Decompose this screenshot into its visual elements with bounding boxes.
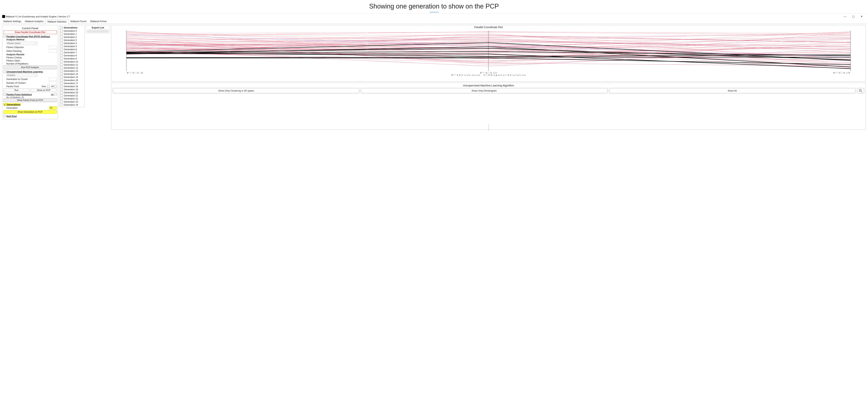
show-pareto-on-pcp-button[interactable]: Show Pareto Front on PCP [3,98,57,102]
tab-wallacei-analytics[interactable]: Wallacei Analytics [23,19,45,24]
generation-item-checkbox[interactable] [60,82,63,84]
generation-item-checkbox[interactable] [60,57,63,60]
generation-list-item[interactable]: Generation 9 [60,57,84,60]
generation-item-checkbox[interactable] [60,48,63,51]
generation-list-item[interactable]: Generation 3 [60,38,84,42]
generation-list-item[interactable]: Generation 0 [60,29,84,32]
pareto-front-label: Pareto Front [6,85,42,88]
draw-pcp-button[interactable]: Draw Parallel Coordinate Plot [3,30,57,34]
generation-item-checkbox[interactable] [60,64,63,66]
main-tabs: Wallacei SettingsWallacei AnalyticsWalla… [1,19,867,24]
generation-item-checkbox[interactable] [60,39,63,41]
control-panel-title: Control Panel [3,26,57,30]
pareto-solutions-count: No. of Solutions: 25 [6,96,57,98]
generation-item-checkbox[interactable] [60,36,63,38]
generation-list-item[interactable]: Generation 2 [60,35,84,38]
generation-list-item[interactable]: Generation 8 [60,54,84,57]
minimize-button[interactable]: — [841,14,849,19]
fitness-objective-field[interactable] [49,46,57,49]
uml-method-select[interactable]: Kmeans [6,73,37,77]
pareto-solutions-checkbox[interactable] [3,93,6,96]
generation-item-checkbox[interactable] [60,51,63,54]
generation-list-item[interactable]: Generation 10 [60,60,84,63]
pareto-solutions-label: Pareto Front Solutions [6,93,32,96]
svg-point-7 [859,89,861,91]
maximize-button[interactable]: ▢ [849,14,858,19]
num-clusters-field[interactable] [49,81,57,85]
generation-item-checkbox[interactable] [60,60,63,63]
generations-panel-title: Generations [64,26,78,29]
generation-list-item[interactable]: Generation 1 [60,32,84,35]
select-ranking-field[interactable] [49,50,57,53]
generation-item-checkbox[interactable] [60,73,63,75]
generation-item-checkbox[interactable] [60,85,63,88]
close-button[interactable]: ✕ [858,14,866,19]
generation-list-item[interactable]: Generation 23 [60,100,84,103]
uml-show-on-pcp-button[interactable]: Show on PCP [31,88,57,92]
generation-list-item[interactable]: Generation 22 [60,97,84,100]
generation-item-label: Generation 15 [64,76,78,79]
generation-item-checkbox[interactable] [60,33,63,35]
generation-list-item[interactable]: Generation 4 [60,42,84,45]
show-all-button[interactable]: Show All [609,88,856,93]
pareto-gen-checkbox[interactable] [47,85,50,88]
tab-wallacei-selection[interactable]: Wallacei Selection [45,20,69,24]
generation-list-item[interactable]: Generation 16 [60,79,84,82]
generations-checkbox[interactable] [4,103,6,106]
generation-list-item[interactable]: Generation 24 [60,103,84,106]
generation-item-label: Generation 7 [64,51,77,54]
gen-to-cluster-field[interactable] [49,78,57,81]
generation-list-item[interactable]: Generation 12 [60,66,84,69]
pareto-all-checkbox[interactable] [54,85,57,88]
generation-item-checkbox[interactable] [60,88,63,91]
show-dendrogram-button[interactable]: Show Only Dendrogram [361,88,607,93]
generation-item-label: Generation 3 [64,39,77,41]
generation-item-checkbox[interactable] [60,67,63,69]
generation-list-item[interactable]: Generation 7 [60,51,84,54]
analysis-method-select[interactable]: Please Select [6,41,37,45]
generation-list-item[interactable]: Generation 17 [60,82,84,85]
generation-item-checkbox[interactable] [60,104,63,106]
generation-number-field[interactable]: 14 [49,106,57,110]
generations-list-master-checkbox[interactable] [60,26,63,29]
show-clustering-3d-button[interactable]: Show Only Clustering in 3D space [113,88,359,93]
tab-wallacei-primer[interactable]: Wallacei Primer [88,19,108,24]
tab-wallacei-settings[interactable]: Wallacei Settings [1,19,23,24]
generation-list-item[interactable]: Generation 13 [60,69,84,72]
uml-panel-title: Unsupervised Machine Learning Algorithm [113,84,864,87]
generation-item-checkbox[interactable] [60,70,63,72]
zoom-button[interactable] [857,88,864,93]
show-generation-on-pcp-button[interactable]: Show Generation on PCP [3,110,57,114]
generation-list-item[interactable]: Generation 5 [60,45,84,48]
generation-item-checkbox[interactable] [60,76,63,78]
svg-line-8 [861,91,862,92]
generation-list-item[interactable]: Generation 18 [60,85,84,88]
generation-item-checkbox[interactable] [60,97,63,100]
null-pool-checkbox[interactable] [3,115,6,117]
uml-run-button[interactable]: Run [3,88,30,92]
generation-list-item[interactable]: Generation 6 [60,48,84,51]
generation-item-checkbox[interactable] [60,91,63,94]
generation-list-item[interactable]: Generation 11 [60,63,84,66]
generation-item-checkbox[interactable] [60,100,63,103]
pareto-solutions-all-checkbox[interactable] [54,93,57,96]
run-pcp-analysis-button[interactable]: Run PCP Analysis [3,66,57,69]
generation-list-item[interactable]: Generation 20 [60,91,84,94]
null-pool-label: Null Pool [6,115,17,118]
generation-item-checkbox[interactable] [60,45,63,48]
generation-list-item[interactable]: Generation 19 [60,88,84,91]
generation-item-checkbox[interactable] [60,94,63,97]
generations-label: Generations [7,103,21,106]
tab-wallacei-forum[interactable]: Wallacei Forum [69,19,89,24]
generation-item-checkbox[interactable] [60,79,63,81]
uml-canvas [113,93,864,127]
generation-list-item[interactable]: Generation 14 [60,72,84,76]
generation-list-item[interactable]: Generation 21 [60,94,84,97]
generation-item-checkbox[interactable] [60,30,63,32]
pcp-settings-checkbox[interactable] [3,35,6,38]
generation-item-checkbox[interactable] [60,42,63,45]
generation-item-label: Generation 11 [64,64,78,66]
generation-list-item[interactable]: Generation 15 [60,76,84,79]
generation-item-checkbox[interactable] [60,54,63,57]
uml-checkbox[interactable] [3,70,6,73]
